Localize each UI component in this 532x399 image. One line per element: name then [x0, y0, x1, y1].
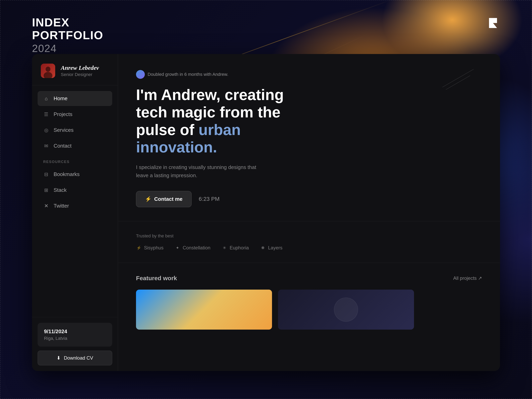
sidebar-item-services[interactable]: ◎ Services [38, 123, 112, 138]
contact-me-button[interactable]: ⚡ Contact me [136, 191, 192, 207]
sidebar: Anrew Lebedev Senior Designer ⌂ Home ☰ P… [32, 54, 118, 371]
featured-header: Featured work All projects ↗ [136, 275, 482, 282]
sidebar-item-bookmarks[interactable]: ⊟ Bookmarks [38, 167, 112, 182]
profile-role: Senior Designer [61, 72, 99, 77]
decorative-lines [440, 78, 476, 87]
testimonial-text: Doubled growth in 6 months with Andrew. [148, 72, 228, 77]
hero-actions: ⚡ Contact me 6:23 PM [136, 191, 482, 207]
year-label: 2024 [32, 42, 103, 54]
bookmarks-icon: ⊟ [43, 171, 49, 177]
sidebar-item-contact[interactable]: ✉ Contact [38, 138, 112, 153]
testimonial-avatar [136, 70, 145, 79]
sidebar-item-stack[interactable]: ⊞ Stack [38, 183, 112, 198]
index-label: INDEX [32, 16, 103, 29]
stack-icon: ⊞ [43, 187, 49, 193]
constellation-icon: ✦ [175, 245, 180, 251]
sidebar-item-twitter[interactable]: ✕ Twitter [38, 198, 112, 213]
euphoria-icon: ✳ [222, 245, 227, 251]
hero-headline: I'm Andrew, creating tech magic from the… [136, 86, 316, 156]
sidebar-item-twitter-label: Twitter [54, 203, 69, 209]
all-projects-link[interactable]: All projects ↗ [453, 275, 482, 281]
project-preview-inner [334, 298, 358, 322]
nav-section: ⌂ Home ☰ Projects ◎ Services ✉ Contact [32, 85, 118, 154]
location-text: Riga, Latvia [44, 336, 106, 341]
hero-section: Doubled growth in 6 months with Andrew. … [118, 54, 500, 222]
hero-subtext: I specialize in creating visually stunni… [136, 163, 264, 180]
download-icon: ⬇ [57, 355, 61, 361]
projects-icon: ☰ [43, 112, 49, 117]
project-preview-2[interactable] [278, 290, 414, 329]
svg-point-1 [46, 67, 51, 72]
brand-euphoria: ✳ Euphoria [222, 245, 249, 251]
download-cv-button[interactable]: ⬇ Download CV [38, 351, 112, 365]
testimonial-badge: Doubled growth in 6 months with Andrew. [136, 70, 228, 79]
layers-label: Layers [268, 245, 282, 251]
featured-section: Featured work All projects ↗ [118, 263, 500, 329]
avatar [41, 63, 55, 78]
lightning-icon: ⚡ [145, 196, 152, 202]
trusted-section: Trusted by the best ⚡ Sisyphus ✦ Constel… [118, 222, 500, 263]
sidebar-item-services-label: Services [54, 127, 74, 133]
profile-info: Anrew Lebedev Senior Designer [61, 64, 99, 77]
sisyphus-label: Sisyphus [144, 245, 163, 251]
constellation-label: Constellation [183, 245, 210, 251]
portfolio-label: PORTFOLIO [32, 29, 103, 42]
twitter-icon: ✕ [43, 203, 49, 209]
brand-sisyphus: ⚡ Sisyphus [136, 245, 163, 251]
project-preview-1[interactable] [136, 290, 272, 329]
contact-icon: ✉ [43, 143, 49, 149]
sidebar-bottom: 9/11/2024 Riga, Latvia ⬇ Download CV [32, 317, 118, 371]
sidebar-item-projects[interactable]: ☰ Projects [38, 107, 112, 122]
sidebar-item-stack-label: Stack [54, 187, 67, 193]
trusted-label: Trusted by the best [136, 233, 482, 239]
services-icon: ◎ [43, 127, 49, 133]
date-text: 9/11/2024 [44, 328, 106, 335]
profile-name: Anrew Lebedev [61, 64, 99, 71]
sidebar-item-bookmarks-label: Bookmarks [54, 171, 80, 177]
brand-layers: ❋ Layers [260, 245, 282, 251]
resources-section: ⊟ Bookmarks ⊞ Stack ✕ Twitter [32, 167, 118, 214]
time-display: 6:23 PM [199, 196, 220, 202]
deco-line-1 [442, 69, 474, 87]
contact-btn-label: Contact me [154, 196, 183, 202]
main-content: Doubled growth in 6 months with Andrew. … [118, 54, 500, 371]
sisyphus-icon: ⚡ [136, 245, 142, 251]
project-previews [136, 290, 482, 329]
framer-logo[interactable] [486, 16, 500, 33]
brand-list: ⚡ Sisyphus ✦ Constellation ✳ Euphoria ❋ … [136, 245, 482, 251]
sidebar-item-contact-label: Contact [54, 143, 72, 149]
brand-constellation: ✦ Constellation [175, 245, 210, 251]
featured-title: Featured work [136, 275, 177, 282]
layers-icon: ❋ [260, 245, 266, 251]
sidebar-item-home-label: Home [54, 95, 67, 101]
resources-label: RESOURCES [32, 154, 118, 167]
sidebar-item-projects-label: Projects [54, 111, 72, 117]
home-icon: ⌂ [43, 96, 49, 101]
app-window: Anrew Lebedev Senior Designer ⌂ Home ☰ P… [32, 54, 500, 371]
date-location-card: 9/11/2024 Riga, Latvia [38, 323, 112, 347]
top-title-block: INDEX PORTFOLIO 2024 [32, 16, 103, 54]
euphoria-label: Euphoria [230, 245, 249, 251]
profile-section: Anrew Lebedev Senior Designer [32, 54, 118, 85]
sidebar-item-home[interactable]: ⌂ Home [38, 91, 112, 106]
download-label: Download CV [64, 355, 93, 361]
